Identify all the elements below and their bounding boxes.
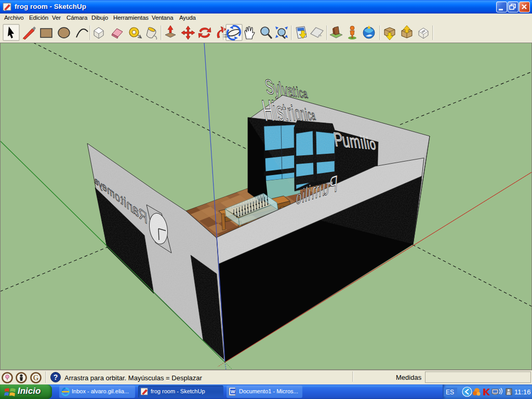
- svg-text:?: ?: [54, 373, 58, 381]
- svg-text:11:16: 11:16: [514, 388, 531, 396]
- svg-text:ES: ES: [446, 389, 454, 396]
- svg-text:W: W: [231, 389, 235, 394]
- svg-text:G: G: [33, 374, 39, 382]
